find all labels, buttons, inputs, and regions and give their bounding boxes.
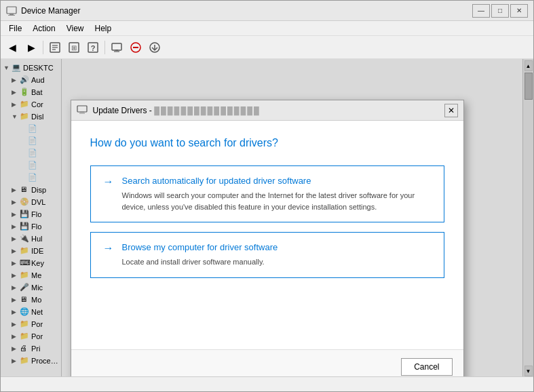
option1-description: Windows will search your computer and th… — [122, 190, 432, 212]
menu-file[interactable]: File — [3, 22, 27, 35]
close-button[interactable]: ✕ — [510, 4, 528, 18]
option2-content: Browse my computer for driver software L… — [122, 242, 278, 268]
svg-rect-2 — [8, 15, 15, 16]
svg-rect-0 — [7, 7, 16, 14]
toolbar-device-view[interactable] — [108, 39, 126, 56]
dialog-question: How do you want to search for drivers? — [90, 137, 444, 149]
status-bar — [1, 376, 533, 391]
dialog-title-icon — [77, 104, 88, 117]
window-title: Device Manager — [21, 6, 472, 16]
option2-arrow: → — [103, 242, 114, 254]
window-controls: — □ ✕ — [472, 4, 528, 18]
toolbar-scan[interactable]: ⊞ — [65, 39, 83, 56]
cancel-button[interactable]: Cancel — [401, 358, 452, 376]
dialog-footer: Cancel — [71, 349, 463, 376]
svg-rect-11 — [112, 43, 121, 50]
toolbar-download[interactable] — [146, 39, 164, 56]
toolbar-separator-1 — [43, 41, 43, 54]
app-icon — [6, 5, 17, 16]
minimize-button[interactable]: — — [472, 4, 490, 18]
maximize-button[interactable]: □ — [491, 4, 509, 18]
menu-help[interactable]: Help — [90, 22, 117, 35]
toolbar-separator-2 — [104, 41, 105, 54]
option1-arrow: → — [103, 176, 114, 188]
dialog-title-text: Update Drivers - ████████████████ — [93, 106, 444, 115]
svg-text:?: ? — [91, 44, 96, 52]
option2-title: Browse my computer for driver software — [122, 242, 278, 252]
dialog-title-bar: Update Drivers - ████████████████ ✕ — [71, 100, 463, 121]
dialog-content: How do you want to search for drivers? →… — [71, 121, 463, 349]
main-window: Device Manager — □ ✕ File Action View He… — [0, 0, 534, 392]
option1-content: Search automatically for updated driver … — [122, 176, 432, 212]
content-area: ▼ 💻 DESKTC ▶ 🔊 Aud ▶ 🔋 Bat ▶ 📁 Cor ▼ — [1, 59, 533, 376]
toolbar: ◀ ▶ ⊞ ? — [1, 36, 533, 59]
menu-view[interactable]: View — [61, 22, 90, 35]
dialog-title-device: ████████████████ — [154, 106, 261, 115]
modal-overlay: Update Drivers - ████████████████ ✕ How … — [1, 59, 533, 376]
toolbar-back[interactable]: ◀ — [3, 39, 21, 56]
svg-text:⊞: ⊞ — [71, 44, 77, 52]
toolbar-properties[interactable] — [46, 39, 64, 56]
search-auto-option[interactable]: → Search automatically for updated drive… — [90, 165, 444, 222]
toolbar-forward[interactable]: ▶ — [22, 39, 40, 56]
title-bar: Device Manager — □ ✕ — [1, 1, 533, 21]
svg-rect-1 — [9, 14, 14, 15]
svg-rect-18 — [77, 106, 87, 112]
option1-title: Search automatically for updated driver … — [122, 176, 432, 186]
toolbar-help[interactable]: ? — [84, 39, 102, 56]
option2-description: Locate and install driver software manua… — [122, 256, 278, 268]
update-drivers-dialog: Update Drivers - ████████████████ ✕ How … — [71, 100, 464, 376]
menu-bar: File Action View Help — [1, 21, 533, 36]
browse-manual-option[interactable]: → Browse my computer for driver software… — [90, 232, 444, 278]
menu-action[interactable]: Action — [27, 22, 60, 35]
toolbar-remove[interactable] — [127, 39, 145, 56]
dialog-close-button[interactable]: ✕ — [444, 104, 458, 117]
